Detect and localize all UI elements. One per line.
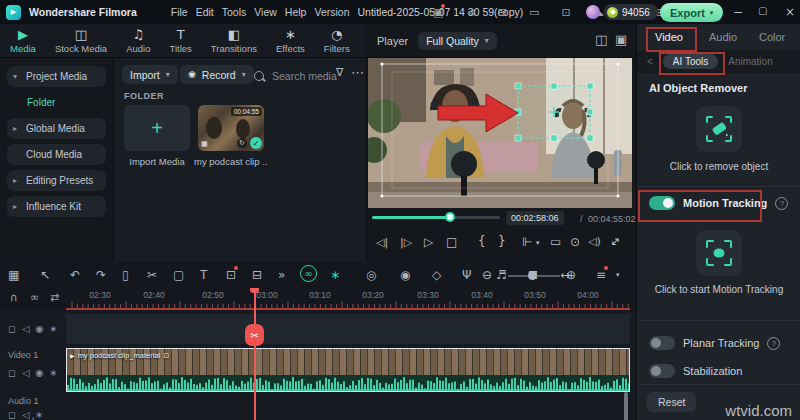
tab-transitions[interactable]: ◧Transitions — [211, 27, 257, 54]
crop-icon[interactable]: ▢ — [173, 268, 184, 282]
quality-dropdown[interactable]: Full Quality▾ — [418, 32, 497, 50]
video-preview[interactable] — [368, 58, 632, 208]
select-tool-icon[interactable]: ↖ — [40, 268, 50, 282]
volume-button[interactable]: ◁) — [588, 235, 601, 248]
subtab-animation[interactable]: Animation — [728, 56, 772, 67]
delete-icon[interactable]: ▯ — [122, 268, 129, 282]
close-button[interactable]: × — [785, 5, 795, 19]
next-frame-button[interactable]: |▷ — [400, 236, 412, 249]
split-screen-icon[interactable]: ◫ — [595, 33, 607, 46]
redo-icon[interactable]: ↷ — [96, 268, 106, 282]
export-button[interactable]: Export ▾ — [660, 3, 723, 22]
more-tools-icon[interactable]: » — [278, 268, 285, 282]
gift-icon[interactable]: ▣ — [433, 6, 443, 19]
video-clip[interactable]: ▶ my podcast clip_material ⊡ — [66, 348, 630, 392]
stop-button[interactable]: □ — [446, 235, 457, 249]
start-motion-tracking-button[interactable] — [696, 230, 742, 276]
add-track-button[interactable]: + — [30, 414, 36, 420]
menu-version[interactable]: Version — [314, 6, 349, 18]
import-dropdown[interactable]: Import▾ — [122, 65, 178, 84]
zoom-out-icon[interactable]: ⊖ — [482, 268, 492, 282]
back-chevron-icon[interactable]: < — [647, 56, 653, 67]
menu-file[interactable]: File — [171, 6, 188, 18]
sidebar-item-cloud-media[interactable]: Cloud Media — [7, 144, 106, 165]
split-scissors-icon[interactable]: ✂ — [147, 268, 157, 282]
fx-icon[interactable]: ∗ — [50, 323, 58, 334]
reset-button[interactable]: Reset — [647, 392, 696, 412]
overlay-track-row[interactable] — [66, 314, 630, 344]
filter-icon[interactable]: ∇ — [336, 67, 343, 78]
media-browser-icon[interactable]: ▦ — [8, 268, 19, 282]
play-button[interactable]: ▷ — [424, 235, 433, 249]
keyframe-copy-icon[interactable]: ⊟ — [252, 268, 262, 282]
coin-balance-badge[interactable]: 94056 — [604, 4, 658, 20]
remove-object-button[interactable] — [696, 106, 742, 152]
menu-tools[interactable]: Tools — [222, 6, 247, 18]
mute-icon[interactable]: ◁ — [22, 323, 29, 334]
sidebar-item-global-media[interactable]: ▸Global Media — [7, 118, 106, 139]
snapshot-button[interactable]: ⊙ — [570, 235, 580, 249]
fx-icon[interactable]: ∗ — [50, 367, 58, 378]
previous-frame-button[interactable]: ◁| — [376, 236, 388, 249]
sidebar-item-editing-presets[interactable]: ▸Editing Presets — [7, 170, 106, 191]
menu-help[interactable]: Help — [285, 6, 307, 18]
help-icon[interactable]: ? — [767, 337, 780, 350]
mark-out-button[interactable]: } — [498, 234, 506, 248]
mute-icon[interactable]: ◁ — [22, 367, 29, 378]
playhead-split-badge[interactable]: ✂ — [245, 324, 264, 346]
mirror-display-button[interactable]: ▭ — [550, 235, 561, 249]
tab-audio[interactable]: ♫Audio — [126, 27, 150, 54]
screen-record-icon[interactable]: ◉ — [400, 268, 410, 282]
ai-mask-icon[interactable]: ∞ — [300, 265, 317, 282]
text-tool-icon[interactable]: T — [200, 268, 207, 282]
planar-tracking-toggle[interactable] — [649, 336, 675, 350]
tab-audio[interactable]: Audio — [709, 31, 737, 43]
tab-color[interactable]: Color — [759, 31, 785, 43]
lock-icon[interactable]: ◻ — [8, 367, 16, 378]
sidebar-item-influence-kit[interactable]: ▸Influence Kit — [7, 196, 106, 217]
fullscreen-button[interactable]: ↕ — [607, 233, 624, 250]
eye-icon[interactable]: ◉ — [35, 367, 43, 378]
vertical-scrollbar[interactable] — [624, 392, 628, 420]
playhead[interactable] — [254, 288, 256, 420]
tab-stock-media[interactable]: ◫Stock Media — [55, 27, 107, 54]
audio-mixer-icon[interactable]: ♬ — [496, 268, 507, 282]
tab-filters[interactable]: ◔Filters — [324, 27, 350, 54]
megaphone-icon[interactable]: ⊲ — [466, 6, 475, 19]
mute-icon[interactable]: ◁ — [22, 409, 29, 420]
lock-icon[interactable]: ◻ — [8, 409, 16, 420]
clip-thumbnail[interactable]: 00:04:55 ▦ ↻ ✓ — [198, 105, 264, 151]
mark-in-button[interactable]: { — [478, 234, 486, 248]
menu-view[interactable]: View — [254, 6, 277, 18]
minimize-button[interactable]: − — [733, 5, 743, 19]
more-options-icon[interactable]: ⋯ — [351, 66, 364, 79]
sidebar-item-folder[interactable]: Folder — [7, 92, 106, 113]
lock-icon[interactable]: ◻ — [8, 323, 16, 334]
tab-media[interactable]: ▶Media — [10, 27, 36, 54]
preview-frame-icon[interactable]: ▣ — [615, 33, 627, 46]
seek-knob[interactable] — [445, 212, 455, 222]
pip-box-icon[interactable]: ⊡ — [226, 268, 236, 282]
zoom-in-icon[interactable]: ⊕ — [566, 268, 576, 282]
ai-effect-icon[interactable]: ∗ — [330, 268, 340, 282]
menu-edit[interactable]: Edit — [196, 6, 214, 18]
zoom-slider-knob[interactable] — [528, 271, 537, 280]
tab-effects[interactable]: ∗Effects — [276, 27, 305, 54]
help-icon[interactable]: ? — [775, 197, 788, 210]
chevron-down-icon[interactable]: ▾ — [616, 271, 620, 279]
track-manager-icon[interactable]: ≡ — [596, 268, 606, 282]
voiceover-mic-icon[interactable]: Ψ — [462, 268, 471, 282]
render-preview-button[interactable]: ⊩ — [522, 235, 532, 249]
plugin-shield-icon[interactable]: ◇ — [432, 268, 441, 282]
stabilization-toggle[interactable] — [649, 364, 675, 378]
task-list-icon[interactable]: ⊟ — [498, 6, 507, 19]
keyboard-icon[interactable]: ▭ — [529, 6, 539, 19]
sidebar-item-project-media[interactable]: ▾Project Media — [7, 66, 106, 87]
motion-tracking-box[interactable] — [515, 83, 593, 141]
tab-titles[interactable]: TTitles — [169, 27, 191, 54]
undo-icon[interactable]: ↶ — [70, 268, 80, 282]
avatar[interactable] — [586, 5, 600, 19]
restore-button[interactable]: ▢ — [758, 5, 767, 16]
record-dropdown[interactable]: ◉Record▾ — [180, 65, 254, 84]
save-icon[interactable]: ⊡ — [562, 6, 571, 19]
